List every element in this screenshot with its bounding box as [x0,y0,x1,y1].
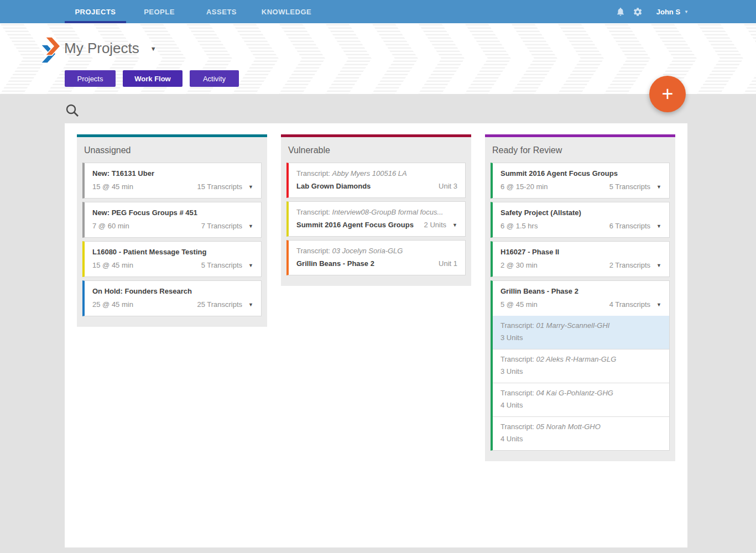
user-name: John S [656,8,680,16]
card-right-value: Unit 3 [439,182,457,190]
nav-tab-assets[interactable]: ASSETS [192,0,251,23]
transcript-card[interactable]: Transcript: Interview08-GroupB formal fo… [286,201,466,237]
nav-tabs: PROJECTS PEOPLE ASSETS KNOWLEDGE [65,0,322,23]
bell-icon[interactable] [616,7,625,17]
add-button[interactable]: + [649,76,686,112]
transcript-label: Transcript: [296,169,332,178]
card-title: L16080 - Patient Message Testing [92,248,253,256]
transcript-subitem[interactable]: Transcript: 05 Norah Mott-GHO4 Units [493,417,669,450]
transcript-name: 03 Jocelyn Soria-GLG [332,247,403,255]
transcript-name: 01 Marry-Scannell-GHI [536,321,610,330]
card-right-text: 5 Transcripts [609,182,650,191]
card-right-text: 5 Transcripts [201,261,242,269]
card-meta-row: 6 @ 15-20 min5 Transcripts▼ [500,182,661,191]
kanban-board: UnassignedNew: T16131 Uber15 @ 45 min15 … [65,123,687,461]
gear-icon[interactable] [633,7,643,17]
card-body: New: T16131 Uber15 @ 45 min15 Transcript… [85,163,261,198]
card-title: Lab Grown Diamonds [296,182,371,190]
chevron-down-icon[interactable]: ▼ [656,184,661,190]
column-title: Vulnerable [286,137,466,163]
card-meta: 6 @ 15-20 min [500,182,548,191]
transcript-card[interactable]: Transcript: Abby Myers 100516 LALab Grow… [286,163,466,198]
transcript-label: Transcript: [500,321,536,330]
transcript-label-row: Transcript: Interview08-GroupB formal fo… [296,208,457,216]
column-title: Ready for Review [491,137,670,163]
card-title: New: T16131 Uber [92,169,253,178]
card-meta-row: 15 @ 45 min15 Transcripts▼ [92,182,253,191]
card-body: On Hold: Founders Research25 @ 45 min25 … [85,281,261,316]
subitem-units: 3 Units [500,333,661,342]
project-card[interactable]: New: T16131 Uber15 @ 45 min15 Transcript… [82,163,262,199]
board-panel: UnassignedNew: T16131 Uber15 @ 45 min15 … [65,123,687,547]
content-area: + UnassignedNew: T16131 Uber15 @ 45 min1… [0,94,756,553]
subitem-label-row: Transcript: 05 Norah Mott-GHO [500,422,661,431]
chevron-down-icon[interactable]: ▼ [248,184,253,190]
top-nav-bar: PROJECTS PEOPLE ASSETS KNOWLEDGE John S … [0,0,756,23]
card-right-text: 7 Transcripts [201,222,242,230]
chevron-down-icon[interactable]: ▼ [248,302,253,307]
chevron-down-icon[interactable]: ▼ [248,263,253,268]
card-body: L16080 - Patient Message Testing15 @ 45 … [85,242,261,276]
card-meta: 2 @ 30 min [500,261,538,269]
transcript-label: Transcript: [500,422,536,431]
transcript-card[interactable]: Transcript: 03 Jocelyn Soria-GLGGrillin … [286,240,466,275]
project-card[interactable]: Summit 2016 Agent Focus Groups6 @ 15-20 … [491,163,670,199]
board-column: Ready for ReviewSummit 2016 Agent Focus … [485,134,675,461]
card-right-value: 25 Transcripts▼ [197,300,253,309]
subitem-label-row: Transcript: 04 Kai G-Pohlantz-GHG [500,389,661,397]
nav-tab-people[interactable]: PEOPLE [126,0,192,23]
chevron-down-icon[interactable]: ▼ [656,302,661,307]
card-right-text: 2 Transcripts [609,261,650,269]
card-meta-row: 6 @ 1.5 hrs6 Transcripts▼ [500,222,661,230]
chevron-down-icon: ▼ [684,9,689,14]
card-meta-row: 5 @ 45 min4 Transcripts▼ [500,300,661,309]
card-title: Safety Project (Allstate) [500,208,661,217]
nav-tab-knowledge[interactable]: KNOWLEDGE [251,0,322,23]
board-column: UnassignedNew: T16131 Uber15 @ 45 min15 … [77,134,267,327]
transcript-name: 04 Kai G-Pohlantz-GHG [536,389,613,397]
card-title: Grillin Beans - Phase 2 [296,259,374,268]
card-body: Safety Project (Allstate)6 @ 1.5 hrs6 Tr… [493,202,669,237]
project-selector-caret-icon[interactable]: ▼ [150,45,157,52]
card-right-value: 7 Transcripts▼ [201,222,253,230]
transcript-name: 05 Norah Mott-GHO [536,422,601,431]
card-right-text: Unit 1 [439,259,457,268]
app-logo-icon [40,36,64,66]
chevron-down-icon[interactable]: ▼ [656,263,661,268]
card-right-value: 5 Transcripts▼ [201,261,253,269]
view-button-activity[interactable]: Activity [190,70,239,87]
card-body: H16027 - Phase II2 @ 30 min2 Transcripts… [493,242,669,276]
project-card[interactable]: Safety Project (Allstate)6 @ 1.5 hrs6 Tr… [491,202,670,238]
card-right-value: 6 Transcripts▼ [609,222,661,230]
transcript-subitem[interactable]: Transcript: 01 Marry-Scannell-GHI3 Units [493,316,669,349]
card-title-row: Grillin Beans - Phase 2Unit 1 [296,259,457,268]
view-button-workflow[interactable]: Work Flow [123,70,183,87]
card-title: On Hold: Founders Research [92,287,253,295]
card-meta: 6 @ 1.5 hrs [500,222,538,230]
transcript-name: Interview08-GroupB formal focus... [332,208,444,216]
card-right-text: 15 Transcripts [197,182,242,191]
transcript-subitem[interactable]: Transcript: 04 Kai G-Pohlantz-GHG4 Units [493,383,669,416]
chevron-down-icon[interactable]: ▼ [656,223,661,229]
card-title-row: Summit 2016 Agent Focus Groups2 Units▼ [296,221,457,229]
nav-tab-projects[interactable]: PROJECTS [65,0,126,23]
chevron-down-icon[interactable]: ▼ [248,223,253,229]
project-card[interactable]: Grillin Beans - Phase 25 @ 45 min4 Trans… [491,280,670,451]
card-title: Grillin Beans - Phase 2 [500,287,661,295]
project-card[interactable]: H16027 - Phase II2 @ 30 min2 Transcripts… [491,241,670,277]
subitem-units: 4 Units [500,435,661,443]
view-button-projects[interactable]: Projects [65,70,116,87]
project-card[interactable]: New: PEG Focus Groups # 4517 @ 60 min7 T… [82,202,262,238]
subitem-label-row: Transcript: 02 Aleks R-Harman-GLG [500,355,661,363]
search-icon[interactable] [64,103,81,119]
card-title: New: PEG Focus Groups # 451 [92,208,253,217]
project-card[interactable]: L16080 - Patient Message Testing15 @ 45 … [82,241,262,277]
user-menu[interactable]: John S ▼ [656,8,689,16]
card-meta: 7 @ 60 min [92,222,129,230]
chevron-down-icon[interactable]: ▼ [452,222,457,228]
card-title-row: Lab Grown DiamondsUnit 3 [296,182,457,190]
project-card[interactable]: On Hold: Founders Research25 @ 45 min25 … [82,280,262,316]
transcript-subitem[interactable]: Transcript: 02 Aleks R-Harman-GLG3 Units [493,349,669,383]
card-meta: 15 @ 45 min [92,182,133,191]
card-right-text: 6 Transcripts [609,222,650,230]
